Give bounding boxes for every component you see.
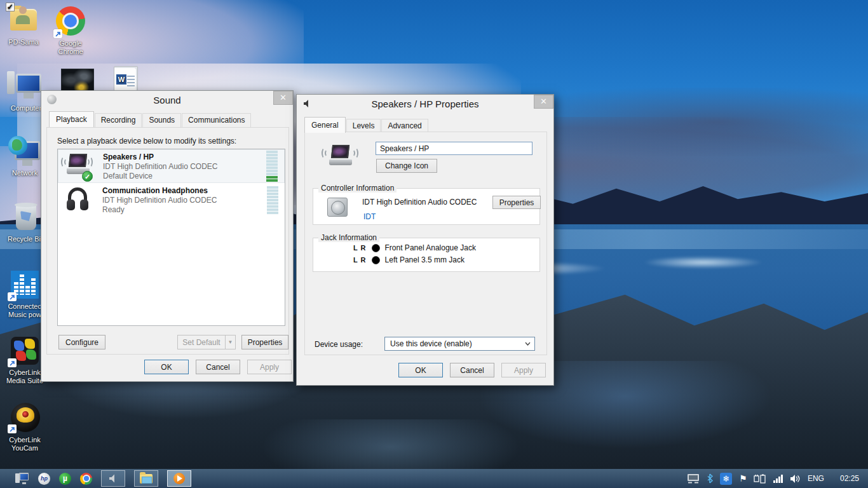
controller-properties-button[interactable]: Properties	[492, 196, 541, 209]
tab-advanced[interactable]: Advanced	[381, 119, 428, 133]
device-usage-select[interactable]: Use this device (enable)	[384, 337, 535, 351]
device-row-communication-headphones[interactable]: Communication Headphones IDT High Defini…	[58, 183, 285, 217]
properties-dialog-title: Speakers / HP Properties	[297, 95, 553, 113]
audio-controller-icon	[327, 198, 348, 217]
device-status: Ready	[102, 205, 267, 214]
default-device-check-icon: ✓	[82, 171, 93, 182]
volume-meter	[266, 151, 278, 182]
speakers-properties-dialog: Speakers / HP Properties ✕ General Level…	[296, 94, 554, 386]
device-row-speakers-hp[interactable]: ✓ Speakers / HP IDT High Definition Audi…	[58, 149, 285, 183]
tab-general[interactable]: General	[304, 117, 346, 133]
media-suite-icon	[10, 336, 40, 366]
tab-recording[interactable]: Recording	[95, 113, 142, 127]
youcam-webcam-icon	[10, 403, 40, 433]
jack-information-group: Jack Information L R Front Panel Analogu…	[313, 238, 540, 272]
jack-port-icon	[372, 256, 380, 264]
network-signal-icon[interactable]	[773, 475, 783, 483]
utorrent-icon[interactable]: µ	[59, 473, 71, 485]
media-player-icon	[173, 473, 185, 484]
jack-row: L R Front Panel Analogue Jack	[353, 243, 476, 252]
cancel-button[interactable]: Cancel	[196, 360, 240, 374]
desktop-icon-cyberlink-youcam[interactable]: CyberLink YouCam	[1, 403, 48, 452]
jack-row: L R Left Panel 3.5 mm Jack	[353, 255, 465, 264]
volume-tray-icon[interactable]	[790, 474, 801, 484]
device-status: Default Device	[103, 172, 266, 180]
apply-button[interactable]: Apply	[501, 363, 546, 377]
language-indicator[interactable]: ENG	[808, 474, 824, 483]
tray-display-icon[interactable]	[687, 473, 700, 484]
jack-channels: L R	[353, 244, 367, 252]
shortcut-arrow-icon	[8, 292, 17, 301]
taskbar-app-explorer[interactable]	[134, 470, 158, 487]
jack-text: Left Panel 3.5 mm Jack	[385, 255, 465, 264]
tab-playback[interactable]: Playback	[49, 111, 94, 127]
taskbar-app-sound[interactable]	[101, 470, 125, 487]
device-properties-button[interactable]: Properties	[241, 335, 288, 349]
general-tab-page: Change Icon Controller Information IDT H…	[304, 132, 547, 355]
recycle-bin-icon	[11, 202, 41, 233]
jack-port-icon	[372, 244, 380, 252]
desktop-icon-google-chrome[interactable]: Google Chrome	[47, 6, 94, 56]
set-default-dropdown-icon[interactable]: ▼	[225, 335, 236, 349]
sound-dialog-icon	[47, 95, 58, 105]
clock[interactable]: 02:25	[840, 474, 859, 483]
group-label: Controller Information	[318, 184, 397, 193]
laptop-speakers-icon	[323, 141, 358, 173]
device-usage-label: Device usage:	[315, 340, 363, 349]
speaker-icon	[108, 473, 118, 484]
set-default-button[interactable]: Set Default	[177, 335, 226, 349]
taskbar: hp µ ❄ ⚑	[0, 469, 868, 488]
music-equalizer-icon	[10, 269, 40, 300]
close-icon[interactable]: ✕	[273, 91, 293, 105]
bluetooth-icon[interactable]	[707, 473, 713, 484]
device-description: IDT High Definition Audio CODEC	[102, 196, 267, 205]
close-icon[interactable]: ✕	[534, 95, 553, 109]
desktop-icon-label: Google	[47, 39, 94, 48]
taskbar-computer-icon[interactable]	[15, 473, 29, 484]
controller-name: IDT High Definition Audio CODEC	[362, 198, 477, 207]
controller-vendor-link[interactable]: IDT	[363, 212, 376, 221]
folder-user-icon: ✓	[8, 5, 39, 36]
device-usage-value: Use this device (enable)	[390, 339, 472, 348]
cancel-button[interactable]: Cancel	[450, 363, 494, 377]
snowflake-tray-icon[interactable]: ❄	[720, 473, 732, 485]
laptop-speakers-icon: ✓	[62, 151, 94, 182]
chevron-down-icon	[525, 342, 531, 346]
change-icon-button[interactable]: Change Icon	[376, 159, 437, 173]
sound-dialog: Sound ✕ Playback Recording Sounds Commun…	[41, 90, 294, 382]
device-description: IDT High Definition Audio CODEC	[103, 162, 266, 171]
controller-information-group: Controller Information IDT High Definiti…	[313, 188, 540, 225]
checkbox-badge-icon: ✓	[6, 3, 15, 11]
tab-sounds[interactable]: Sounds	[142, 113, 181, 127]
desktop-icon-label: PD-Sama	[0, 38, 47, 46]
chrome-taskbar-icon[interactable]	[80, 473, 92, 485]
playback-tab-page: Select a playback device below to modify…	[46, 127, 289, 355]
desktop-icon-label: CyberLink	[1, 436, 48, 444]
headphones-icon	[62, 185, 93, 215]
group-label: Jack Information	[318, 233, 379, 242]
jack-text: Front Panel Analogue Jack	[385, 243, 476, 252]
hp-support-icon[interactable]: hp	[38, 473, 50, 485]
shortcut-arrow-icon	[8, 358, 17, 367]
properties-dialog-titlebar[interactable]: Speakers / HP Properties ✕	[297, 95, 553, 113]
sound-dialog-titlebar[interactable]: Sound ✕	[41, 91, 293, 109]
shortcut-arrow-icon	[53, 29, 62, 38]
tab-levels[interactable]: Levels	[346, 119, 381, 133]
ok-button[interactable]: OK	[398, 363, 443, 377]
device-name: Speakers / HP	[103, 152, 266, 161]
taskbar-app-media-player[interactable]	[167, 470, 191, 487]
action-center-flag-icon[interactable]: ⚑	[739, 473, 747, 484]
properties-dialog-tabs: General Levels Advanced	[304, 116, 429, 132]
apply-button[interactable]: Apply	[247, 360, 292, 374]
device-name-input[interactable]	[376, 142, 532, 155]
tab-communications[interactable]: Communications	[182, 113, 251, 127]
battery-power-icon[interactable]	[754, 474, 766, 484]
network-icon	[10, 136, 40, 166]
chrome-icon	[55, 6, 86, 37]
computer-icon	[10, 71, 43, 102]
ok-button[interactable]: OK	[144, 360, 189, 374]
desktop-icon-label: Chrome	[47, 48, 94, 56]
device-name: Communication Headphones	[102, 186, 267, 195]
configure-button[interactable]: Configure	[58, 335, 105, 349]
desktop-icon-pd-sama[interactable]: ✓ PD-Sama	[0, 5, 47, 46]
